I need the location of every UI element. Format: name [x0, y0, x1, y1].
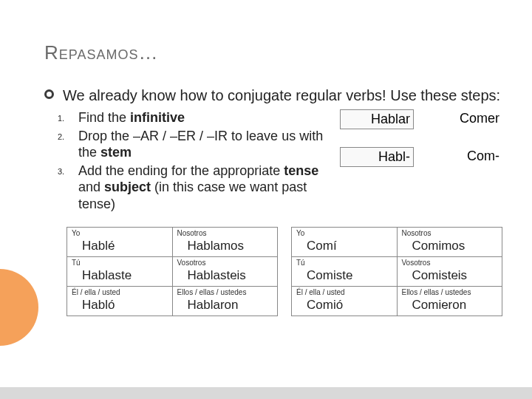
step-3: 3. Add the ending for the appropriate te…: [58, 163, 330, 213]
conjugation: Comió: [296, 298, 392, 313]
conjugation: Comimos: [402, 239, 498, 253]
pronoun-label: Tú: [72, 259, 168, 267]
content-columns: 1. Find the infinitive 2. Drop the –AR /…: [44, 109, 502, 214]
slide-content: Repasamos… We already know how to conjug…: [0, 0, 532, 331]
pronoun-label: Vosotros: [177, 259, 273, 267]
conjugation: Habló: [72, 298, 168, 313]
conjugation: Hablasteis: [177, 268, 273, 283]
example-words: Hablar Comer Habl- Com-: [340, 109, 502, 214]
conjugation: Hablé: [72, 239, 168, 253]
cell: VosotrosHablasteis: [172, 257, 278, 287]
stem-com: Com-: [429, 147, 502, 167]
slide-title: Repasamos…: [44, 41, 502, 64]
step-text: Find the infinitive: [78, 109, 185, 126]
pronoun-label: Él / ella / usted: [72, 288, 168, 296]
cell: TúHablaste: [67, 257, 173, 287]
stem-row: Habl- Com-: [340, 147, 502, 167]
step-text: Add the ending for the appropriate tense…: [78, 163, 330, 213]
conjugation-tables: YoHablé NosotrosHablamos TúHablaste Voso…: [44, 227, 502, 316]
step-1: 1. Find the infinitive: [58, 109, 330, 126]
cell: TúComiste: [292, 257, 398, 287]
step-2: 2. Drop the –AR / –ER / –IR to leave us …: [58, 128, 330, 161]
conjugation: Comiste: [296, 268, 392, 283]
cell: Ellos / ellas / ustedesHablaron: [172, 287, 278, 316]
pronoun-label: Yo: [296, 229, 392, 237]
table-row: Él / ella / ustedComió Ellos / ellas / u…: [292, 287, 502, 316]
cell: Ellos / ellas / ustedesComieron: [397, 287, 502, 316]
cell: NosotrosHablamos: [172, 228, 278, 257]
pronoun-label: Ellos / ellas / ustedes: [402, 288, 498, 296]
cell: Él / ella / ustedHabló: [67, 287, 173, 316]
infinitive-comer: Comer: [429, 109, 502, 129]
conjugation: Hablaron: [177, 298, 273, 313]
cell: Él / ella / ustedComió: [292, 287, 398, 316]
step-number: 3.: [58, 163, 78, 213]
table-row: Él / ella / ustedHabló Ellos / ellas / u…: [67, 287, 278, 316]
stem-habl: Habl-: [340, 147, 414, 167]
table-row: YoHablé NosotrosHablamos: [67, 228, 278, 257]
pronoun-label: Nosotros: [177, 229, 273, 237]
cell: NosotrosComimos: [397, 228, 502, 257]
pronoun-label: Yo: [72, 229, 168, 237]
conjugation: Hablaste: [72, 268, 168, 283]
infinitive-hablar: Hablar: [340, 109, 414, 129]
conjugation: Comisteis: [402, 268, 498, 283]
conjugation: Hablamos: [177, 239, 273, 253]
infinitive-row: Hablar Comer: [340, 109, 502, 129]
pronoun-label: Nosotros: [402, 229, 498, 237]
pronoun-label: Vosotros: [402, 259, 498, 267]
step-number: 1.: [58, 109, 78, 126]
table-hablar: YoHablé NosotrosHablamos TúHablaste Voso…: [66, 227, 278, 316]
pronoun-label: Tú: [296, 259, 392, 267]
conjugation: Comí: [296, 239, 392, 253]
cell: YoHablé: [67, 228, 173, 257]
pronoun-label: Ellos / ellas / ustedes: [177, 288, 273, 296]
intro-row: We already know how to conjugate regular…: [44, 86, 502, 105]
step-number: 2.: [58, 128, 78, 161]
cell: YoComí: [292, 228, 398, 257]
accent-bottom-bar: [0, 387, 532, 399]
step-text: Drop the –AR / –ER / –IR to leave us wit…: [78, 128, 330, 161]
table-row: TúHablaste VosotrosHablasteis: [67, 257, 278, 287]
pronoun-label: Él / ella / usted: [296, 288, 392, 296]
table-row: TúComiste VosotrosComisteis: [292, 257, 502, 287]
bullet-ring-icon: [44, 89, 54, 99]
steps-list: 1. Find the infinitive 2. Drop the –AR /…: [58, 109, 330, 214]
table-row: YoComí NosotrosComimos: [292, 228, 502, 257]
cell: VosotrosComisteis: [397, 257, 502, 287]
intro-text: We already know how to conjugate regular…: [63, 86, 500, 105]
conjugation: Comieron: [402, 298, 498, 313]
table-comer: YoComí NosotrosComimos TúComiste Vosotro…: [291, 227, 502, 316]
